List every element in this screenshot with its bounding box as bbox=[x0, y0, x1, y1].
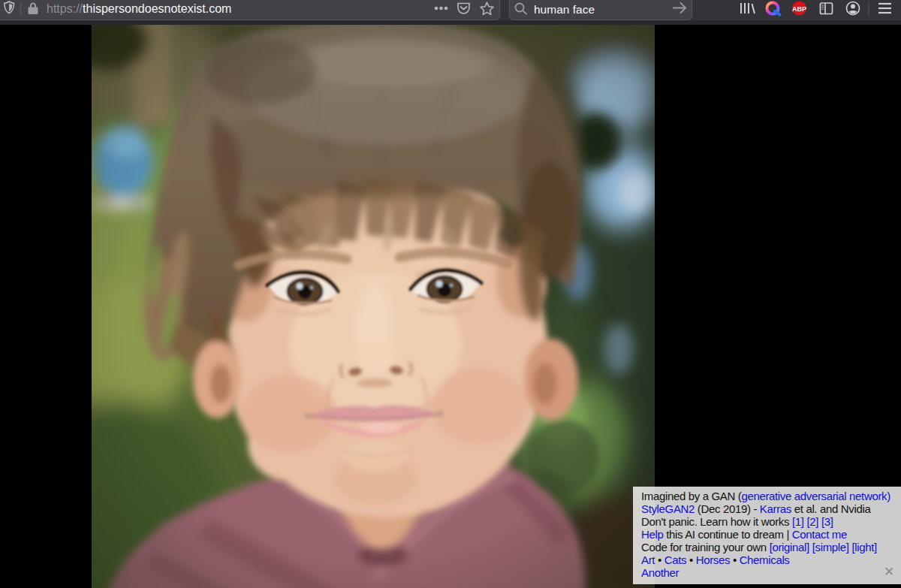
svg-text:human face: human face bbox=[534, 3, 595, 16]
svg-text:ABP: ABP bbox=[792, 5, 806, 13]
svg-text:https://thispersondoesnotexist: https://thispersondoesnotexist.com bbox=[47, 2, 231, 15]
